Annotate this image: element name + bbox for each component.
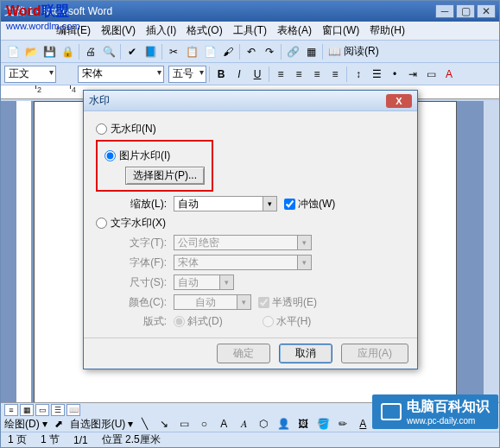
line-color-icon[interactable]: ✏ (334, 415, 351, 432)
print-layout-icon[interactable]: ▭ (35, 404, 49, 416)
web-view-icon[interactable]: ▦ (20, 404, 34, 416)
new-icon[interactable]: 📄 (4, 43, 22, 60)
paste-icon[interactable]: 📄 (201, 43, 218, 60)
standard-toolbar: 📄 📂 💾 🔒 🖨 🔍 ✔ 📘 ✂ 📋 📄 🖌 ↶ ↷ 🔗 ▦ 📖 阅读(R) (1, 41, 499, 63)
align-right-icon[interactable]: ≡ (308, 66, 326, 83)
wordart-icon[interactable]: 𝐴 (235, 415, 252, 432)
save-icon[interactable]: 💾 (41, 43, 58, 60)
format-painter-icon[interactable]: 🖌 (219, 43, 237, 60)
layout-label: 版式: (122, 314, 167, 329)
ok-button[interactable]: 确定 (217, 344, 270, 363)
maximize-button[interactable]: ▢ (456, 4, 475, 18)
rectangle-icon[interactable]: ▭ (175, 415, 193, 432)
text-watermark-label: 文字水印(X) (111, 216, 166, 230)
color-label: 颜色(C): (122, 295, 167, 310)
scale-combo[interactable]: 自动▾ (174, 196, 277, 211)
oval-icon[interactable]: ○ (195, 415, 212, 432)
bold-icon[interactable]: B (212, 66, 230, 83)
reading-layout-icon[interactable]: 📖 (326, 43, 343, 60)
close-button[interactable]: ✕ (477, 4, 496, 18)
redo-icon[interactable]: ↷ (261, 43, 278, 60)
align-left-icon[interactable]: ≡ (272, 66, 289, 83)
hyperlink-icon[interactable]: 🔗 (284, 43, 301, 60)
watermark-brand-red: Word (6, 3, 41, 18)
open-icon[interactable]: 📂 (22, 43, 40, 60)
banner-url: www.pc-daily.com (407, 416, 490, 426)
select-picture-button[interactable]: 选择图片(P)... (125, 167, 205, 185)
reading-label[interactable]: 阅读(R) (344, 44, 379, 59)
highlight-box: 图片水印(I) 选择图片(P)... (96, 140, 213, 192)
status-page-of: 1/1 (73, 434, 88, 446)
color-combo: 自动▾ (174, 294, 251, 310)
no-watermark-radio[interactable] (96, 123, 107, 135)
menu-insert[interactable]: 插入(I) (141, 22, 181, 40)
semitransparent-checkbox: 半透明(E) (258, 295, 317, 310)
highlight-icon[interactable]: A (440, 66, 458, 83)
font-size-selector[interactable]: 五号 (168, 66, 206, 83)
line-spacing-icon[interactable]: ↕ (350, 66, 367, 83)
apply-button[interactable]: 应用(A) (341, 344, 408, 363)
fill-color-icon[interactable]: 🪣 (314, 415, 332, 432)
copy-icon[interactable]: 📋 (183, 43, 200, 60)
text-watermark-radio[interactable] (96, 218, 107, 229)
menu-view[interactable]: 视图(V) (96, 22, 141, 40)
menu-format[interactable]: 格式(O) (181, 22, 227, 40)
spellcheck-icon[interactable]: ✔ (123, 43, 141, 60)
cancel-button[interactable]: 取消 (279, 344, 332, 363)
no-watermark-label: 无水印(N) (111, 122, 156, 136)
horizontal-radio: 水平(H) (263, 314, 312, 329)
menu-window[interactable]: 窗口(W) (317, 22, 364, 40)
source-banner: 电脑百科知识 www.pc-daily.com (372, 394, 498, 429)
clipart-icon[interactable]: 👤 (275, 415, 292, 432)
font-combo: 宋体▾ (174, 255, 312, 270)
washout-checkbox[interactable]: 冲蚀(W) (284, 197, 335, 211)
font-selector[interactable]: 宋体 (78, 66, 164, 83)
print-icon[interactable]: 🖨 (82, 43, 99, 60)
diagram-icon[interactable]: ⬡ (255, 415, 272, 432)
indent-icon[interactable]: ⇥ (404, 66, 421, 83)
font-color-icon[interactable]: A (354, 415, 371, 432)
outline-view-icon[interactable]: ☰ (51, 404, 65, 416)
preview-icon[interactable]: 🔍 (100, 43, 117, 60)
dialog-close-button[interactable]: X (386, 94, 412, 108)
align-center-icon[interactable]: ≡ (290, 66, 307, 83)
minimize-button[interactable]: ─ (435, 4, 454, 18)
italic-icon[interactable]: I (231, 66, 248, 83)
picture-watermark-radio[interactable] (104, 150, 116, 161)
draw-menu[interactable]: 绘图(D) (4, 417, 40, 432)
scale-label: 缩放(L): (122, 197, 167, 211)
menu-help[interactable]: 帮助(H) (364, 22, 410, 40)
picture-watermark-label: 图片水印(I) (119, 148, 170, 163)
reading-view-icon[interactable]: 📖 (66, 404, 80, 416)
text-label: 文字(T): (122, 236, 167, 250)
status-bar: 1 页 1 节 1/1 位置 2.5厘米 (1, 432, 499, 447)
status-section: 1 节 (41, 432, 60, 447)
borders-icon[interactable]: ▭ (422, 66, 440, 83)
cut-icon[interactable]: ✂ (165, 43, 182, 60)
site-watermark: Word联盟 www.wordlm.com (6, 3, 80, 31)
table-icon[interactable]: ▦ (302, 43, 320, 60)
autoshapes-menu[interactable]: 自选图形(U) (70, 417, 126, 432)
size-combo: 自动▾ (174, 274, 234, 290)
vertical-scrollbar[interactable] (484, 101, 499, 402)
justify-icon[interactable]: ≡ (326, 66, 344, 83)
size-label: 尺寸(S): (122, 275, 167, 290)
undo-icon[interactable]: ↶ (243, 43, 260, 60)
textbox-icon[interactable]: A (215, 415, 232, 432)
watermark-brand-blue: 联盟 (41, 3, 69, 18)
numbering-icon[interactable]: ☰ (368, 66, 385, 83)
permission-icon[interactable]: 🔒 (59, 43, 76, 60)
arrow-icon[interactable]: ↘ (155, 415, 173, 432)
bullets-icon[interactable]: • (386, 66, 403, 83)
menu-tools[interactable]: 工具(T) (228, 22, 272, 40)
underline-icon[interactable]: U (249, 66, 266, 83)
dialog-footer: 确定 取消 应用(A) (84, 338, 417, 369)
monitor-icon (381, 403, 402, 420)
research-icon[interactable]: 📘 (142, 43, 159, 60)
normal-view-icon[interactable]: ≡ (4, 404, 18, 416)
select-objects-icon[interactable]: ⬈ (50, 415, 67, 432)
picture-icon[interactable]: 🖼 (294, 415, 312, 432)
style-selector[interactable]: 正文 (4, 66, 56, 83)
menu-table[interactable]: 表格(A) (272, 22, 317, 40)
line-icon[interactable]: ╲ (136, 415, 153, 432)
